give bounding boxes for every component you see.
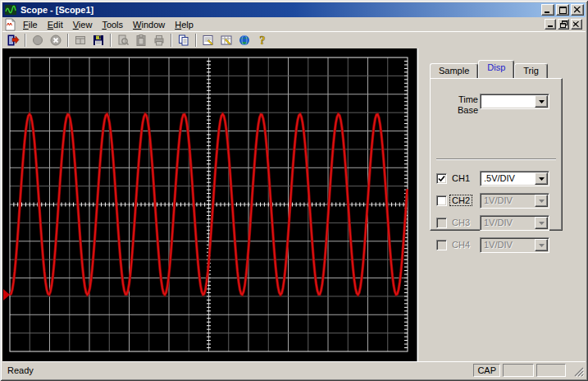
menu-tools[interactable]: Tools [97, 19, 128, 30]
svg-text:?: ? [260, 34, 266, 47]
ch1-checkbox[interactable] [436, 173, 447, 184]
chevron-down-icon [539, 222, 545, 225]
ch3-checkbox [436, 218, 447, 228]
web-icon [238, 34, 251, 47]
toolbar-separator [171, 34, 172, 47]
document-icon[interactable] [3, 18, 16, 31]
ch1-label[interactable]: CH1 [450, 173, 472, 183]
chevron-down-icon [539, 200, 545, 203]
mdi-close-button[interactable] [571, 19, 582, 30]
client-area: SampleDispTrig Time Base CH1.5V/DIVCH21V… [2, 48, 586, 361]
print-icon [153, 34, 166, 47]
maximize-button[interactable] [556, 4, 569, 16]
save-icon [92, 34, 105, 47]
menu-edit[interactable]: Edit [43, 19, 68, 30]
ch4-dropdown-button [535, 239, 548, 251]
panel-tabs: SampleDispTrig [430, 59, 548, 78]
capture-window-button [71, 32, 89, 48]
stop-button [47, 32, 65, 48]
minimize-button[interactable] [541, 4, 554, 16]
menu-view[interactable]: View [68, 19, 98, 30]
control-panel: SampleDispTrig Time Base CH1.5V/DIVCH21V… [417, 48, 586, 361]
print-preview-icon [116, 34, 130, 47]
toolbar-separator [110, 34, 112, 47]
copy-icon [177, 34, 190, 47]
channel-row-ch2: CH21V/DIV [431, 193, 563, 209]
toolbar-separator [67, 34, 69, 47]
check-icon [438, 175, 445, 182]
paste-icon [134, 34, 148, 47]
tab-trig[interactable]: Trig [514, 63, 548, 78]
menu-help[interactable]: Help [170, 19, 198, 30]
window-title: Scope - [Scope1] [21, 5, 93, 15]
print-preview-button [114, 32, 132, 48]
properties-button[interactable] [199, 32, 217, 48]
status-cell-2 [503, 364, 534, 377]
menu-file[interactable]: File [18, 19, 43, 30]
chevron-down-icon [539, 177, 545, 181]
ch2-dropdown-button [535, 195, 548, 207]
chevron-down-icon [539, 244, 545, 247]
channel-row-ch4: CH41V/DIV [431, 237, 563, 253]
web-button[interactable] [235, 32, 253, 48]
separator [436, 158, 556, 160]
toolbar-separator [25, 34, 26, 47]
record-button [29, 32, 47, 48]
tab-disp[interactable]: Disp [478, 60, 514, 78]
ch4-voltage-select: 1V/DIV [480, 237, 549, 253]
titlebar: Scope - [Scope1] [2, 2, 586, 17]
options-button[interactable] [217, 32, 235, 48]
ch1-voltage-select[interactable]: .5V/DIV [480, 171, 549, 186]
resize-grip[interactable] [573, 366, 584, 378]
status-cell-3 [536, 364, 566, 377]
ch2-label[interactable]: CH2 [450, 195, 472, 205]
ch1-dropdown-button[interactable] [535, 172, 548, 185]
options-icon [220, 34, 233, 47]
status-message: Ready [2, 365, 473, 375]
time-base-dropdown-button[interactable] [535, 95, 548, 108]
ch4-checkbox [436, 240, 447, 250]
ch4-label: CH4 [450, 240, 472, 250]
chevron-down-icon [539, 100, 545, 103]
ch3-label: CH3 [450, 218, 472, 227]
ch3-voltage-value: 1V/DIV [481, 216, 534, 230]
ch3-voltage-select: 1V/DIV [480, 215, 549, 231]
mdi-restore-button[interactable] [558, 19, 569, 30]
close-button[interactable] [571, 4, 584, 16]
properties-icon [202, 34, 215, 47]
print-button [150, 32, 168, 48]
capture-window-icon [74, 34, 87, 47]
toolbar-separator [195, 34, 197, 47]
cap-indicator: CAP [473, 364, 500, 377]
ch3-dropdown-button [535, 217, 548, 229]
copy-button[interactable] [175, 32, 193, 48]
record-icon [31, 34, 44, 47]
help-icon: ? [256, 34, 269, 47]
menu-window[interactable]: Window [128, 19, 170, 30]
save-button[interactable] [89, 32, 107, 48]
help-button[interactable]: ? [253, 32, 271, 48]
ch4-voltage-value: 1V/DIV [481, 238, 534, 252]
mdi-minimize-button[interactable] [545, 19, 556, 30]
ch2-checkbox[interactable] [436, 195, 447, 206]
toolbar: ? [2, 31, 586, 48]
scope-display [2, 48, 417, 361]
time-base-select[interactable] [480, 94, 549, 109]
tab-sample[interactable]: Sample [430, 63, 478, 78]
time-base-value [481, 94, 534, 108]
main-window: Scope - [Scope1] FileEditViewToolsWindow… [0, 0, 588, 381]
menubar: FileEditViewToolsWindowHelp [2, 17, 586, 31]
disp-tab-page: Time Base CH1.5V/DIVCH21V/DIVCH31V/DIVCH… [430, 78, 563, 231]
exit-button[interactable] [4, 32, 22, 48]
ch2-voltage-select: 1V/DIV [480, 193, 549, 209]
ch2-voltage-value: 1V/DIV [481, 194, 534, 208]
trigger-level-marker[interactable] [3, 289, 10, 301]
channel-row-ch3: CH31V/DIV [431, 215, 563, 231]
time-base-label: Time Base [439, 94, 478, 116]
exit-icon [7, 34, 20, 47]
stop-icon [49, 34, 62, 47]
statusbar: Ready CAP [2, 361, 586, 379]
channel-row-ch1: CH1.5V/DIV [431, 171, 563, 186]
app-icon[interactable] [5, 4, 17, 16]
ch1-voltage-value: .5V/DIV [481, 172, 534, 186]
